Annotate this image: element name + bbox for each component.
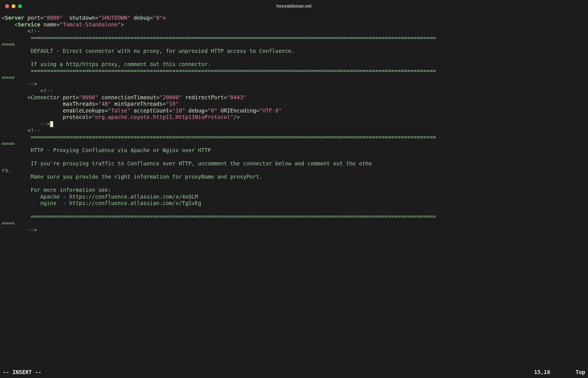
attr: URIEncoding xyxy=(221,107,256,114)
val: "0" xyxy=(208,107,217,114)
window-controls xyxy=(5,4,22,8)
val: "0" xyxy=(153,15,163,21)
punct: > xyxy=(163,15,166,21)
close-button[interactable] xyxy=(5,4,9,8)
titlebar: heyvaldemar.net xyxy=(0,0,588,12)
punct: = xyxy=(89,114,92,120)
attr: debug xyxy=(188,107,205,114)
vim-mode: -- INSERT -- xyxy=(3,369,41,376)
rule-wrap: ==== xyxy=(2,41,15,47)
val: "8090" xyxy=(79,94,98,100)
minimize-button[interactable] xyxy=(12,4,15,8)
attr: enableLookups xyxy=(63,107,105,114)
comment-open: <!-- xyxy=(40,87,53,94)
editor-area[interactable]: <Server port="8000" shutdown="SHUTDOWN" … xyxy=(0,12,588,368)
attr: shutdown xyxy=(69,15,95,21)
comment-line: If you're proxying traffic to Confluence… xyxy=(2,160,372,166)
punct: = xyxy=(163,101,166,107)
comment: --> xyxy=(2,121,50,127)
val: "10" xyxy=(172,107,185,114)
punct: = xyxy=(224,94,227,100)
comment-close: --> xyxy=(40,121,50,127)
punct: = xyxy=(169,107,172,114)
comment: <!-- ===================================… xyxy=(2,127,436,233)
val: "48" xyxy=(98,101,111,107)
status-bar: -- INSERT -- 15,16 Top xyxy=(0,368,588,378)
punct: = xyxy=(150,15,153,21)
comment-line: nginx - https://confluence.atlassian.com… xyxy=(2,200,201,206)
val: "SHUTDOWN" xyxy=(98,15,130,21)
val: "20000" xyxy=(160,94,182,100)
rule-wrap: ==== xyxy=(2,74,15,80)
comment-open: <!-- xyxy=(28,127,41,133)
comment-line: Make sure you provide the right informat… xyxy=(2,174,262,180)
rule: ========================================… xyxy=(2,68,436,74)
tag-connector: Connector xyxy=(31,94,60,100)
val: "UTF-8" xyxy=(259,107,282,114)
comment-line-wrap: rs. xyxy=(2,167,11,173)
val: "8443" xyxy=(227,94,246,100)
attr: protocol xyxy=(63,114,89,120)
punct: > xyxy=(121,21,124,28)
rule-wrap: ==== xyxy=(2,140,15,147)
attr: acceptCount xyxy=(134,107,169,114)
zoom-button[interactable] xyxy=(18,4,22,8)
punct: /> xyxy=(234,114,240,120)
val: "10" xyxy=(166,101,179,107)
attr: connectionTimeout xyxy=(102,94,156,100)
comment-line: For more information see: xyxy=(2,187,111,193)
punct: < xyxy=(15,21,18,28)
punct: < xyxy=(2,15,5,21)
rule: ========================================… xyxy=(2,213,436,219)
rule-wrap: ==== xyxy=(2,220,15,226)
val: "8000" xyxy=(44,15,63,21)
window-title: heyvaldemar.net xyxy=(0,4,588,9)
attr: name xyxy=(44,21,57,28)
punct: = xyxy=(95,15,98,21)
tag-service: Service xyxy=(18,21,40,28)
comment-line: If using a http/https proxy, comment out… xyxy=(2,61,211,67)
rule: ========================================… xyxy=(2,134,436,140)
comment-close: --> xyxy=(28,227,37,233)
punct: = xyxy=(95,101,98,107)
comment-line: HTTP - Proxying Confluence via Apache or… xyxy=(2,147,211,153)
attr: redirectPort xyxy=(185,94,224,100)
punct: = xyxy=(76,94,79,100)
comment-line: Apache - https://confluence.atlassian.co… xyxy=(2,194,198,200)
punct: = xyxy=(57,21,60,28)
val: "false" xyxy=(108,107,131,114)
val: "org.apache.coyote.http11.Http11NioProto… xyxy=(92,114,233,120)
punct: = xyxy=(205,107,208,114)
terminal-window: heyvaldemar.net <Server port="8000" shut… xyxy=(0,0,588,378)
attr: minSpareThreads xyxy=(114,101,163,107)
attr: debug xyxy=(134,15,150,21)
cursor xyxy=(50,121,53,127)
comment-line: DEFAULT - Direct connector with no proxy… xyxy=(2,48,295,54)
val: "Tomcat-Standalone" xyxy=(60,21,121,28)
scroll-indicator: Top xyxy=(576,369,585,376)
rule: ========================================… xyxy=(2,35,436,41)
cursor-position: 15,16 xyxy=(534,369,550,376)
punct: = xyxy=(40,15,43,21)
attr: port xyxy=(28,15,41,21)
attr: port xyxy=(63,94,76,100)
punct: < xyxy=(28,94,31,100)
attr: maxThreads xyxy=(63,101,95,107)
punct: = xyxy=(256,107,259,114)
comment: <!-- ===================================… xyxy=(2,28,436,94)
tag-server: Server xyxy=(5,15,24,21)
punct: = xyxy=(156,94,159,100)
comment-close: --> xyxy=(28,81,37,87)
comment-open: <!-- xyxy=(28,28,41,34)
punct: = xyxy=(105,107,108,114)
